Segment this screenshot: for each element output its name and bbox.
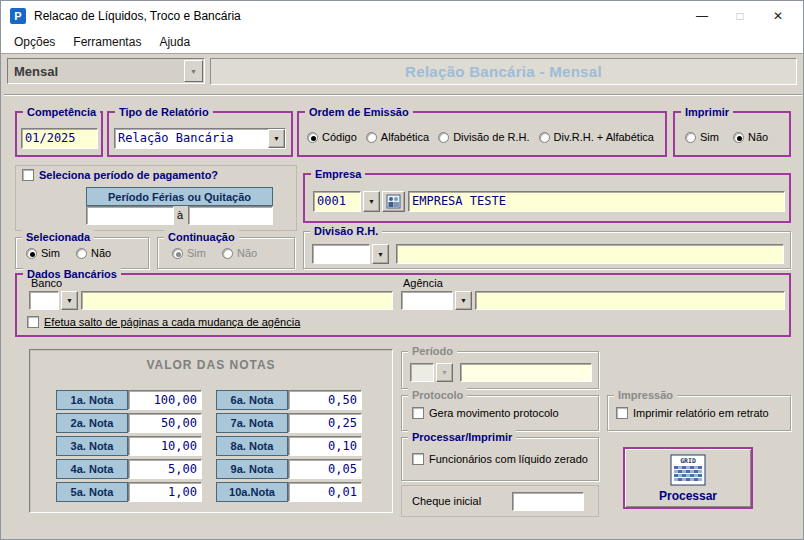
- nota-label: 1a. Nota: [56, 390, 128, 410]
- continuacao-label: Continuação: [164, 230, 239, 245]
- checkbox-box-icon: [616, 407, 628, 419]
- radio-dot-icon: [172, 248, 183, 259]
- nota-label: 10a.Nota: [216, 482, 288, 502]
- group-dados-bancarios: Dados Bancários Banco ▼ Agência ▼ Efetua…: [15, 273, 791, 337]
- nota-value-field[interactable]: 0,01: [288, 482, 362, 502]
- continuacao-options: Sim Não: [172, 247, 257, 259]
- empresa-name-field[interactable]: EMPRESA TESTE: [408, 191, 785, 212]
- tipo-relatorio-label: Tipo de Relatório: [115, 105, 213, 120]
- nota-label: 3a. Nota: [56, 436, 128, 456]
- banco-name-field[interactable]: [81, 291, 393, 310]
- menu-ajuda[interactable]: Ajuda: [152, 33, 197, 51]
- checkbox-salto-pagina[interactable]: Efetua salto de páginas a cada mudança d…: [27, 316, 300, 328]
- nota-value-field[interactable]: 50,00: [128, 413, 202, 433]
- window-controls: — □ ✕: [683, 1, 797, 31]
- ordem-emissao-label: Ordem de Emissão: [305, 105, 413, 120]
- processar-button[interactable]: GRID Processar: [623, 447, 753, 509]
- competencia-field[interactable]: 01/2025: [21, 128, 98, 149]
- group-ordem-emissao: Ordem de Emissão Código Alfabética Divis…: [297, 111, 667, 157]
- impressao-label: Impressão: [614, 388, 677, 403]
- radio-divrh-alfabetica[interactable]: Div.R.H. + Alfabética: [539, 131, 654, 143]
- chevron-down-icon[interactable]: ▼: [184, 60, 203, 82]
- checkbox-liquido-zerado[interactable]: Funcionários com líquido zerado: [412, 453, 588, 465]
- ordem-emissao-options: Código Alfabética Divisão de R.H. Div.R.…: [307, 131, 654, 143]
- divisao-rh-code-field[interactable]: [312, 244, 370, 264]
- minimize-button[interactable]: —: [683, 1, 721, 31]
- svg-text:GRID: GRID: [680, 457, 696, 465]
- nota-value-field[interactable]: 5,00: [128, 459, 202, 479]
- radio-dot-icon: [366, 132, 377, 143]
- radio-alfabetica[interactable]: Alfabética: [366, 131, 429, 143]
- checkbox-retrato[interactable]: Imprimir relatório em retrato: [616, 407, 769, 419]
- divisao-rh-lookup-icon[interactable]: ▼: [372, 244, 389, 264]
- separator-line: [4, 94, 802, 96]
- grid-icon: GRID: [670, 454, 706, 486]
- menu-ferramentas[interactable]: Ferramentas: [66, 33, 148, 51]
- periodo-to-field[interactable]: [188, 206, 273, 225]
- periodo-lookup-icon: ▼: [436, 363, 453, 382]
- nota-label: 6a. Nota: [216, 390, 288, 410]
- tipo-relatorio-dropdown-icon[interactable]: ▼: [268, 129, 285, 148]
- cheque-inicial-label: Cheque inicial: [412, 495, 481, 507]
- nota-value-field[interactable]: 0,25: [288, 413, 362, 433]
- banco-code-field[interactable]: [29, 291, 59, 310]
- empresa-lookup-icon[interactable]: ▼: [363, 191, 380, 212]
- checkbox-seleciona-periodo[interactable]: Seleciona período de pagamento?: [22, 169, 218, 181]
- group-processar-imprimir: Processar/Imprimir Funcionários com líqu…: [401, 437, 599, 481]
- nota-label: 2a. Nota: [56, 413, 128, 433]
- empresa-browse-button[interactable]: [382, 191, 405, 212]
- app-icon: P: [10, 8, 26, 24]
- valor-das-notas-title: VALOR DAS NOTAS: [30, 358, 392, 372]
- checkbox-gera-protocolo[interactable]: Gera movimento protocolo: [412, 407, 559, 419]
- radio-imprimir-nao[interactable]: Não: [733, 131, 768, 143]
- nota-value-field[interactable]: 10,00: [128, 436, 202, 456]
- radio-selecionada-sim[interactable]: Sim: [26, 247, 60, 259]
- radio-dot-icon: [76, 248, 87, 259]
- nota-value-field[interactable]: 1,00: [128, 482, 202, 502]
- radio-divisao-rh[interactable]: Divisão de R.H.: [438, 131, 529, 143]
- agencia-label: Agência: [403, 277, 443, 289]
- report-title-panel: Relação Bancária - Mensal: [210, 58, 797, 85]
- valor-das-notas-panel: VALOR DAS NOTAS 1a. Nota 100,00 2a. Nota…: [29, 349, 393, 513]
- group-imprimir: Imprimir Sim Não: [673, 111, 791, 157]
- menubar: Opções Ferramentas Ajuda: [1, 31, 803, 53]
- divisao-rh-name-field[interactable]: [396, 244, 784, 264]
- processar-imprimir-label: Processar/Imprimir: [408, 430, 516, 445]
- nota-value-field[interactable]: 0,05: [288, 459, 362, 479]
- group-periodo: Período ▼: [401, 351, 599, 389]
- agencia-code-field[interactable]: [401, 291, 453, 310]
- radio-continuacao-sim: Sim: [172, 247, 206, 259]
- agencia-name-field[interactable]: [475, 291, 785, 310]
- report-title: Relação Bancária - Mensal: [405, 63, 602, 80]
- menu-opcoes[interactable]: Opções: [7, 33, 62, 51]
- radio-codigo[interactable]: Código: [307, 131, 357, 143]
- radio-imprimir-sim[interactable]: Sim: [685, 131, 719, 143]
- empresa-code-field[interactable]: 0001: [313, 191, 361, 212]
- empresa-label: Empresa: [311, 167, 365, 182]
- nota-value-field[interactable]: 100,00: [128, 390, 202, 410]
- group-cheque-inicial: Cheque inicial: [401, 485, 599, 517]
- processar-button-label: Processar: [659, 489, 717, 503]
- radio-selecionada-nao[interactable]: Não: [76, 247, 111, 259]
- imprimir-label: Imprimir: [681, 105, 733, 120]
- cheque-inicial-field[interactable]: [512, 492, 584, 511]
- periodo-from-field[interactable]: [86, 206, 174, 225]
- titlebar: P Relacao de Líquidos, Troco e Bancária …: [1, 1, 803, 31]
- banco-lookup-icon[interactable]: ▼: [61, 291, 78, 310]
- nota-value-field[interactable]: 0,10: [288, 436, 362, 456]
- maximize-button[interactable]: □: [721, 1, 759, 31]
- radio-dot-icon: [26, 248, 37, 259]
- radio-dot-icon: [685, 132, 696, 143]
- radio-dot-icon: [307, 132, 318, 143]
- competencia-label: Competência: [23, 105, 100, 120]
- selecionada-options: Sim Não: [26, 247, 111, 259]
- close-button[interactable]: ✕: [759, 1, 797, 31]
- agencia-lookup-icon[interactable]: ▼: [455, 291, 472, 310]
- radio-dot-icon: [733, 132, 744, 143]
- periodo-code-field: [410, 363, 434, 382]
- periodo-label: Período: [408, 344, 457, 359]
- nota-label: 4a. Nota: [56, 459, 128, 479]
- tipo-relatorio-combo[interactable]: Relação Bancária: [114, 128, 286, 149]
- nota-value-field[interactable]: 0,50: [288, 390, 362, 410]
- period-mode-combo[interactable]: Mensal ▼: [7, 58, 205, 84]
